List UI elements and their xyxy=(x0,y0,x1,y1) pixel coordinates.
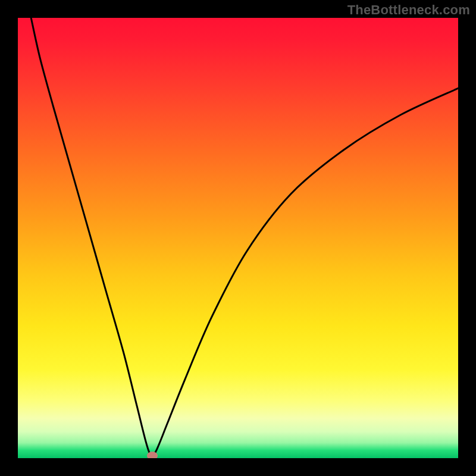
chart-frame: TheBottleneck.com xyxy=(0,0,476,476)
bottleneck-curve xyxy=(18,18,458,458)
optimal-point-marker xyxy=(147,452,158,458)
plot-area xyxy=(18,18,458,458)
watermark-text: TheBottleneck.com xyxy=(347,2,470,18)
